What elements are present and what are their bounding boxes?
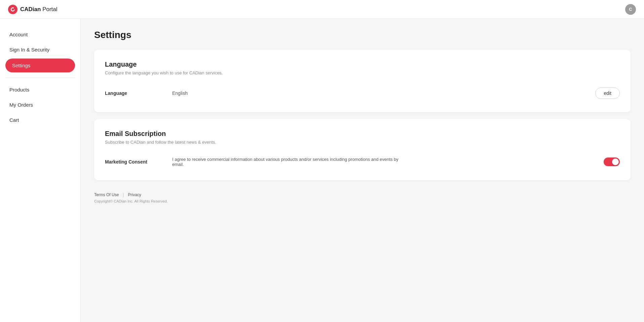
language-label: Language: [105, 91, 172, 96]
language-card-title: Language: [105, 61, 620, 68]
header-title: CADian Portal: [20, 6, 58, 13]
sidebar-group-account: Account Sign In & Security Settings: [0, 27, 80, 72]
user-avatar[interactable]: C: [625, 4, 636, 15]
layout: Account Sign In & Security Settings Prod…: [0, 0, 644, 322]
email-subscription-subtitle: Subscribe to CADian and follow the lates…: [105, 140, 620, 145]
language-value: English: [172, 91, 595, 96]
marketing-consent-row: Marketing Consent I agree to receive com…: [105, 154, 620, 170]
sidebar-item-products[interactable]: Products: [0, 82, 80, 97]
footer-divider: |: [123, 192, 124, 197]
sidebar-item-account[interactable]: Account: [0, 27, 80, 42]
sidebar-divider: [5, 78, 75, 78]
footer: Terms Of Use | Privacy Copyright© CADian…: [94, 187, 631, 209]
svg-point-0: [8, 5, 17, 14]
email-subscription-title: Email Subscription: [105, 130, 620, 138]
toggle-slider: [604, 157, 620, 166]
sidebar-item-my-orders[interactable]: My Orders: [0, 97, 80, 112]
terms-of-use-link[interactable]: Terms Of Use: [94, 192, 119, 197]
footer-links: Terms Of Use | Privacy: [94, 192, 631, 197]
sidebar-group-products: Products My Orders Cart: [0, 82, 80, 128]
footer-copyright: Copyright© CADian Inc. All Rights Reserv…: [94, 199, 631, 203]
language-card-subtitle: Configure the language you wish to use f…: [105, 70, 620, 75]
email-subscription-card: Email Subscription Subscribe to CADian a…: [94, 119, 631, 180]
sidebar: Account Sign In & Security Settings Prod…: [0, 19, 81, 322]
header: CADian Portal C: [0, 0, 644, 19]
marketing-consent-toggle[interactable]: [604, 157, 620, 166]
language-edit-button[interactable]: edit: [595, 87, 620, 99]
language-edit-action: edit: [595, 87, 620, 99]
cadian-logo-icon: [8, 5, 17, 14]
marketing-consent-label: Marketing Consent: [105, 159, 172, 165]
language-row: Language English edit: [105, 85, 620, 102]
main-content: Settings Language Configure the language…: [81, 19, 644, 322]
sidebar-item-sign-in-security[interactable]: Sign In & Security: [0, 42, 80, 57]
privacy-link[interactable]: Privacy: [128, 192, 141, 197]
page-title: Settings: [94, 30, 631, 40]
language-card: Language Configure the language you wish…: [94, 50, 631, 112]
marketing-consent-toggle-wrapper: [604, 157, 620, 166]
consent-text: I agree to receive commercial informatio…: [172, 157, 408, 167]
sidebar-item-cart[interactable]: Cart: [0, 112, 80, 128]
logo: CADian Portal: [8, 5, 58, 14]
sidebar-item-settings[interactable]: Settings: [5, 59, 75, 72]
